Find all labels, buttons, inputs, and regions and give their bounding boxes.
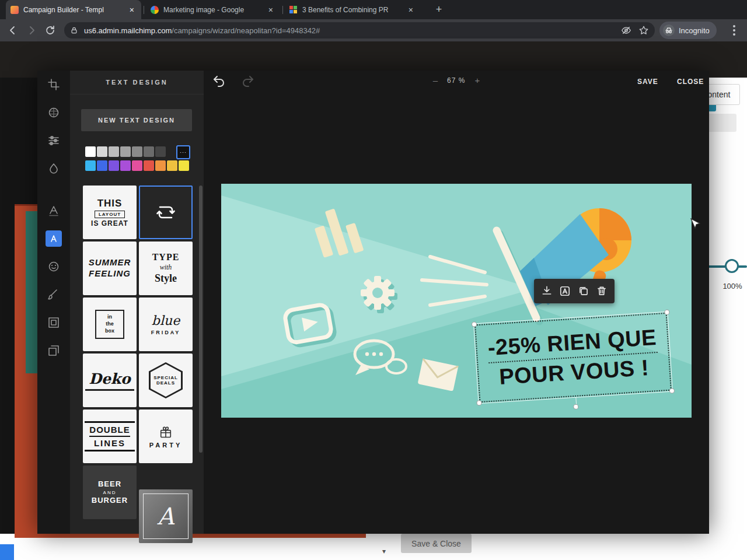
new-text-design-button[interactable]: NEW TEXT DESIGN: [81, 109, 192, 131]
tile-text: AND: [103, 490, 117, 495]
tile-text: with: [160, 263, 172, 272]
zoom-slider-knob[interactable]: [725, 259, 739, 273]
transform-icon[interactable]: [47, 78, 60, 91]
text-design-loop-selected[interactable]: [139, 186, 193, 239]
color-swatch[interactable]: [179, 160, 189, 171]
filter-icon[interactable]: [47, 106, 60, 119]
brush-icon[interactable]: [47, 288, 60, 301]
color-swatch[interactable]: [144, 160, 154, 171]
text-design-icon[interactable]: [46, 230, 62, 247]
tab-marketing-image[interactable]: Marketing image - Google ×: [146, 0, 280, 19]
color-swatch[interactable]: [109, 146, 119, 157]
address-bar[interactable]: us6.admin.mailchimp.com/campaigns/wizard…: [64, 22, 655, 38]
color-swatch[interactable]: [132, 160, 142, 171]
text-design-type-with-style[interactable]: TYPE with Style: [139, 242, 193, 295]
tile-text: blue: [152, 313, 180, 328]
screen: Campaign Builder - Templ × Marketing ima…: [0, 0, 747, 560]
more-colors-swatch[interactable]: ···: [176, 145, 190, 159]
tab-close-icon[interactable]: ×: [127, 5, 137, 15]
image-editor-overlay: TEXT DESIGN NEW TEXT DESIGN ··· THIS: [37, 71, 709, 534]
new-tab-button[interactable]: +: [432, 2, 446, 16]
tile-box: DOUBLE LINES: [85, 421, 134, 452]
text-icon[interactable]: [47, 204, 60, 217]
text-design-letter-a[interactable]: A: [139, 489, 193, 543]
lock-icon: [70, 26, 78, 34]
text-design-blue-friday[interactable]: blue FRIDAY: [139, 298, 193, 351]
focus-icon[interactable]: [47, 162, 60, 175]
back-icon[interactable]: [7, 24, 19, 36]
editor-canvas[interactable]: -25% RIEN QUE POUR VOUS !: [221, 184, 692, 418]
color-swatch[interactable]: [85, 160, 96, 171]
grid-favicon: [289, 6, 298, 14]
star-icon[interactable]: [638, 25, 649, 36]
tab-campaign-builder[interactable]: Campaign Builder - Templ ×: [6, 0, 141, 19]
tile-text: BEER: [98, 480, 121, 489]
mailchimp-favicon: [11, 6, 19, 14]
text-design-this-layout[interactable]: THIS LAYOUT IS GREAT: [83, 186, 137, 239]
tab-close-icon[interactable]: ×: [406, 5, 416, 15]
eye-off-icon[interactable]: [621, 25, 631, 36]
forward-icon[interactable]: [26, 24, 37, 36]
text-design-party[interactable]: PARTY: [139, 410, 193, 463]
save-and-close-button[interactable]: Save & Close: [401, 534, 472, 553]
text-design-special-deals[interactable]: SPECIAL DEALS: [139, 354, 193, 407]
color-swatch[interactable]: [85, 146, 96, 157]
color-swatch[interactable]: [120, 146, 131, 157]
text-design-deko[interactable]: Deko: [83, 354, 137, 407]
color-swatch[interactable]: [167, 160, 177, 171]
text-style-icon[interactable]: [559, 285, 571, 297]
canvas-text-element[interactable]: -25% RIEN QUE POUR VOUS !: [474, 313, 672, 402]
mouse-cursor: [690, 218, 701, 231]
reload-icon[interactable]: [44, 24, 56, 36]
scrollbar-down-arrow[interactable]: ▾: [378, 546, 390, 556]
incognito-label: Incognito: [679, 26, 710, 35]
template-preview-inner: [26, 211, 37, 373]
tab-title: 3 Benefits of Combining PR: [302, 6, 402, 14]
color-swatch[interactable]: [97, 146, 107, 157]
browser-menu-icon[interactable]: [733, 25, 735, 37]
tile-text: IS GREAT: [91, 219, 128, 228]
adjust-icon[interactable]: [47, 134, 60, 147]
undo-icon[interactable]: [212, 74, 228, 89]
tile-text: A: [158, 503, 174, 530]
overlay-icon[interactable]: [47, 344, 60, 357]
color-swatch[interactable]: [109, 160, 119, 171]
redo-icon[interactable]: [240, 74, 256, 89]
zoom-value: 67 %: [447, 76, 465, 85]
delete-icon[interactable]: [596, 285, 608, 297]
color-swatch[interactable]: [120, 160, 131, 171]
url-text: us6.admin.mailchimp.com/campaigns/wizard…: [84, 26, 614, 35]
zoom-in-button[interactable]: +: [474, 75, 480, 85]
tab-close-icon[interactable]: ×: [266, 5, 275, 15]
browser-tab-strip: Campaign Builder - Templ × Marketing ima…: [0, 0, 747, 19]
text-design-summer-feeling[interactable]: SUMMER FEELING: [83, 242, 137, 295]
panel-scrollbar[interactable]: [199, 186, 203, 453]
close-button[interactable]: CLOSE: [677, 78, 704, 86]
promo-text-box: -25% RIEN QUE POUR VOUS !: [474, 313, 672, 402]
color-swatch[interactable]: [155, 160, 166, 171]
gift-icon: [158, 424, 173, 439]
zoom-out-button[interactable]: –: [433, 75, 438, 85]
tile-text: DEALS: [156, 380, 175, 386]
text-design-beer-and-burger[interactable]: BEER AND BURGER: [83, 466, 137, 519]
position-icon[interactable]: [541, 285, 553, 297]
tile-text: LAYOUT: [95, 211, 125, 218]
color-swatch[interactable]: [144, 146, 154, 157]
frame-icon[interactable]: [47, 316, 60, 329]
tab-title: Campaign Builder - Templ: [23, 6, 123, 14]
tile-text: LINES: [89, 438, 130, 448]
tab-3-benefits[interactable]: 3 Benefits of Combining PR ×: [285, 0, 420, 19]
text-design-in-the-box[interactable]: in the box: [83, 298, 137, 351]
tile-text: THIS: [97, 198, 123, 209]
panel-title: TEXT DESIGN: [70, 71, 204, 94]
color-swatch[interactable]: [97, 160, 107, 171]
tab-separator: [282, 6, 283, 14]
color-swatch[interactable]: [155, 146, 166, 157]
sticker-icon[interactable]: [47, 260, 60, 273]
text-design-double-lines[interactable]: DOUBLE LINES: [83, 410, 137, 463]
tile-text: SPECIAL: [153, 375, 178, 380]
duplicate-icon[interactable]: [578, 285, 589, 297]
color-swatch[interactable]: [132, 146, 142, 157]
save-button[interactable]: SAVE: [637, 78, 658, 86]
tile-text: DOUBLE: [89, 425, 130, 437]
